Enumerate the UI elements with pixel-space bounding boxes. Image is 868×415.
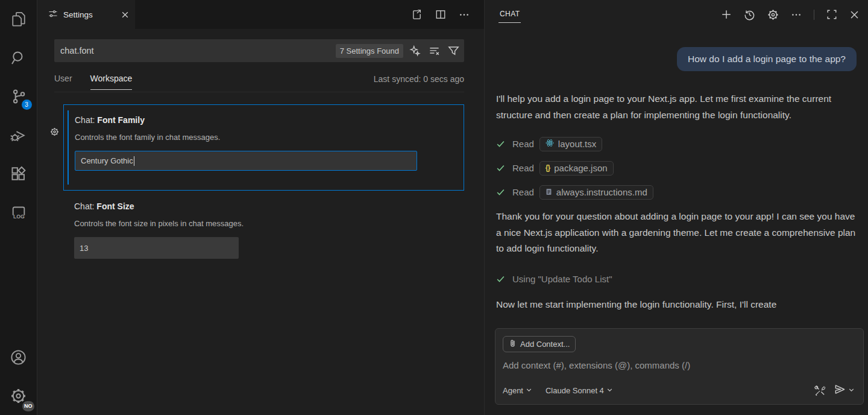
extensions-icon [11, 166, 27, 182]
read-label: Read [512, 139, 534, 149]
tab-settings[interactable]: Settings [37, 0, 135, 29]
setting-category: Chat: [75, 115, 97, 125]
model-dropdown[interactable]: Claude Sonnet 4 [546, 386, 613, 395]
tab-chat[interactable]: CHAT [498, 6, 521, 23]
check-icon [496, 163, 505, 173]
clear-filters-icon[interactable] [429, 45, 440, 57]
sidebar-item-explorer[interactable] [0, 0, 37, 39]
chat-input-actions [814, 384, 855, 397]
chevron-down-icon [526, 386, 532, 395]
chat-header: CHAT [485, 0, 868, 29]
send-button-group[interactable] [834, 384, 855, 397]
sidebar-item-account[interactable] [0, 338, 37, 376]
editor-tab-bar: Settings [37, 0, 484, 29]
tool-read-list: Read layout.tsx Read {} package.json [496, 136, 857, 200]
settings-body: chat.font 7 Settings Found User Workspac… [37, 39, 484, 259]
results-count-badge: 7 Settings Found [336, 44, 403, 58]
setting-description: Controls the font family in chat message… [75, 133, 464, 142]
tool-use-row: Using "Update Todo List" [496, 274, 857, 284]
mode-dropdown[interactable]: Agent [503, 386, 532, 395]
setting-gear-icon[interactable] [50, 127, 59, 139]
split-editor-icon[interactable] [435, 9, 446, 20]
chevron-down-icon [606, 386, 613, 395]
settings-search-box[interactable]: chat.font 7 Settings Found [54, 39, 464, 62]
maximize-panel-icon[interactable] [826, 9, 837, 20]
close-tab-icon[interactable] [121, 11, 129, 19]
chat-message-list: How do I add a login page to the app? I'… [485, 29, 868, 327]
text-caret [134, 156, 134, 166]
sidebar-item-run-debug[interactable] [0, 116, 37, 154]
file-chip-package[interactable]: {} package.json [539, 161, 614, 176]
more-actions-icon[interactable] [791, 9, 802, 20]
sync-status: Last synced: 0 secs ago [374, 74, 464, 89]
divider [814, 10, 814, 20]
log-icon: LOG [10, 204, 27, 221]
scope-tab-workspace[interactable]: Workspace [90, 74, 133, 90]
settings-search-input[interactable]: chat.font [60, 46, 336, 55]
assistant-paragraph: Now let me start implementing the login … [496, 297, 857, 313]
model-label: Claude Sonnet 4 [546, 386, 604, 395]
search-actions [409, 45, 459, 57]
scope-tab-user[interactable]: User [54, 74, 72, 89]
tools-icon[interactable] [814, 385, 826, 396]
sidebar-item-log-output[interactable]: LOG [0, 193, 37, 232]
setting-row-chat-font-family[interactable]: Chat: Font Family Controls the font fami… [63, 104, 464, 191]
file-chip-layout[interactable]: layout.tsx [539, 137, 602, 151]
user-message-row: How do I add a login page to the app? [496, 47, 857, 71]
font-family-input[interactable]: Century Gothic [75, 151, 417, 171]
user-message-bubble: How do I add a login page to the app? [677, 47, 857, 71]
tool-use-label: Using "Update Todo List" [512, 274, 612, 284]
settings-badge: NO [22, 401, 34, 411]
tab-label: Settings [63, 10, 93, 19]
setting-title: Chat: Font Size [74, 201, 464, 211]
assistant-paragraph: Thank you for your question about adding… [496, 209, 857, 257]
filter-icon[interactable] [448, 45, 459, 57]
font-size-input[interactable]: 13 [74, 237, 239, 259]
more-actions-icon[interactable] [459, 9, 470, 20]
add-context-button[interactable]: Add Context... [503, 336, 576, 352]
read-label: Read [512, 163, 534, 173]
sidebar-item-extensions[interactable] [0, 154, 37, 193]
open-settings-json-icon[interactable] [411, 9, 423, 21]
sidebar-item-search[interactable] [0, 39, 37, 77]
settings-scope-row: User Workspace Last synced: 0 secs ago [54, 71, 464, 92]
ai-sparkle-icon[interactable] [409, 45, 421, 57]
chat-input-placeholder[interactable]: Add context (#), extensions (@), command… [503, 360, 856, 370]
chat-settings-gear-icon[interactable] [767, 9, 779, 21]
markdown-icon [546, 187, 552, 197]
assistant-paragraph: I'll help you add a login page to your N… [496, 91, 857, 123]
sidebar-item-source-control[interactable]: 3 [0, 77, 37, 116]
explorer-icon [11, 11, 27, 27]
file-chip-instructions[interactable]: always.instructions.md [539, 185, 653, 200]
file-name: package.json [554, 163, 607, 173]
setting-name: Font Family [97, 115, 145, 125]
sidebar-item-settings[interactable]: NO [0, 376, 37, 415]
chevron-down-icon [848, 386, 855, 395]
run-debug-icon [10, 127, 27, 144]
check-icon [496, 188, 505, 197]
send-icon [834, 384, 846, 397]
settings-editor: Settings chat.font 7 Settings Found [37, 0, 484, 415]
add-context-label: Add Context... [520, 340, 570, 349]
tool-read-row: Read {} package.json [496, 160, 857, 176]
setting-description: Controls the font size in pixels in chat… [74, 219, 464, 228]
history-icon[interactable] [744, 9, 755, 21]
settings-list: Chat: Font Family Controls the font fami… [37, 104, 484, 259]
read-label: Read [512, 187, 534, 197]
editor-toolbar [411, 0, 484, 29]
chat-header-actions [721, 9, 860, 21]
modified-indicator [68, 110, 69, 185]
new-chat-icon[interactable] [721, 9, 732, 20]
font-size-value: 13 [80, 244, 88, 253]
close-panel-icon[interactable] [849, 10, 860, 20]
file-name: layout.tsx [558, 139, 596, 149]
mode-label: Agent [503, 386, 523, 395]
chat-input-box[interactable]: Add Context... Add context (#), extensio… [495, 328, 864, 405]
file-name: always.instructions.md [556, 187, 647, 197]
search-icon [11, 50, 27, 66]
setting-name: Font Size [96, 201, 134, 211]
setting-row-chat-font-size[interactable]: Chat: Font Size Controls the font size i… [74, 201, 464, 259]
setting-category: Chat: [74, 201, 96, 211]
vscode-window: 3 LOG NO Settings [0, 0, 868, 415]
svg-text:LOG: LOG [13, 214, 24, 220]
